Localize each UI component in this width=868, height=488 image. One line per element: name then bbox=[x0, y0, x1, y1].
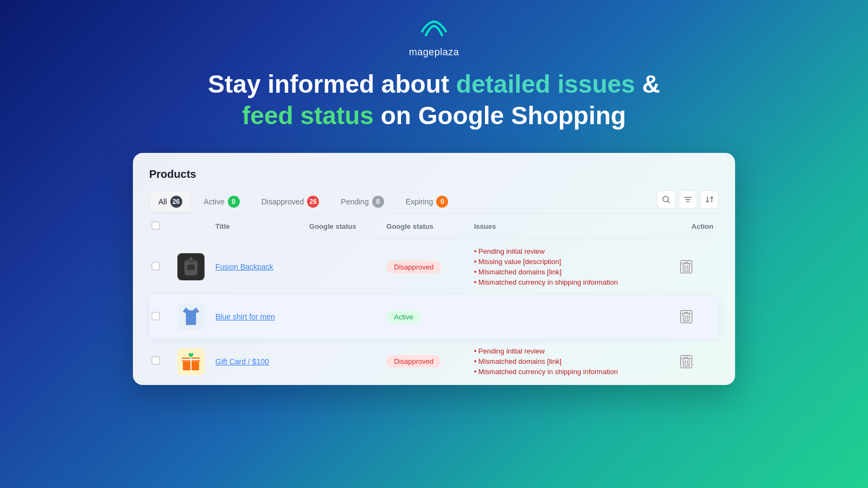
row-checkbox-cell bbox=[149, 239, 172, 296]
filter-icon bbox=[684, 195, 692, 204]
row-3-delete-button[interactable] bbox=[680, 355, 692, 368]
row-3-thumbnail bbox=[177, 348, 205, 375]
col-action: Action bbox=[675, 214, 719, 239]
svg-line-1 bbox=[668, 201, 669, 203]
sort-icon bbox=[705, 195, 714, 204]
row-2-checkbox[interactable] bbox=[151, 312, 160, 320]
row-3-title-link[interactable]: Gift Card / $100 bbox=[215, 357, 269, 366]
headline-part3: & bbox=[635, 70, 660, 98]
headline-part4: feed status bbox=[242, 101, 374, 130]
tab-disapproved[interactable]: Disapproved 26 bbox=[252, 191, 329, 213]
tab-active-label: Active bbox=[204, 197, 225, 206]
row-2-status-cell: Active bbox=[381, 296, 468, 338]
row-1-status-1-cell bbox=[304, 239, 381, 296]
row-3-checkbox[interactable] bbox=[151, 356, 160, 365]
row-3-issues-list: Pending initial review Mismatched domain… bbox=[474, 346, 670, 377]
row-thumb-cell bbox=[172, 239, 210, 296]
row-3-title-cell: Gift Card / $100 bbox=[210, 338, 304, 385]
mageplaza-logo-icon bbox=[418, 16, 450, 43]
select-all-checkbox[interactable] bbox=[151, 221, 160, 230]
gift-icon bbox=[180, 351, 202, 373]
tab-expiring-label: Expiring bbox=[406, 197, 433, 206]
sort-button[interactable] bbox=[700, 190, 719, 209]
col-checkbox bbox=[149, 214, 172, 239]
trash-icon bbox=[681, 356, 691, 367]
row-3-status-cell: Disapproved bbox=[381, 338, 468, 385]
table-row: Gift Card / $100 Disapproved Pending ini… bbox=[149, 338, 719, 385]
row-1-delete-button[interactable] bbox=[680, 260, 692, 273]
row-2-title-link[interactable]: Blue shirt for men bbox=[215, 312, 275, 321]
headline-part1: Stay informed about bbox=[208, 70, 456, 98]
issue-item: Mismatched currency in shipping informat… bbox=[474, 277, 670, 287]
issue-item: Missing value [description] bbox=[474, 256, 670, 267]
row-3-issues-cell: Pending initial review Mismatched domain… bbox=[469, 338, 675, 385]
tab-expiring-badge: 0 bbox=[436, 196, 448, 208]
svg-rect-7 bbox=[187, 265, 195, 270]
row-3-status-badge: Disapproved bbox=[386, 355, 441, 368]
row-thumb-cell bbox=[172, 338, 210, 385]
issue-item: Mismatched domains [link] bbox=[474, 356, 670, 367]
tab-all-label: All bbox=[158, 197, 167, 206]
table-row: Fusion Backpack Disapproved Pending init… bbox=[149, 239, 719, 296]
tab-expiring[interactable]: Expiring 0 bbox=[397, 191, 458, 213]
trash-icon bbox=[681, 311, 691, 322]
products-panel: Products All 26 Active 0 Disapproved 26 … bbox=[133, 153, 735, 385]
row-1-status-cell: Disapproved bbox=[381, 239, 468, 296]
tab-disapproved-badge: 26 bbox=[307, 196, 319, 208]
row-2-status-badge: Active bbox=[386, 311, 420, 323]
row-checkbox-cell bbox=[149, 296, 172, 338]
row-1-issues-list: Pending initial review Missing value [de… bbox=[474, 246, 670, 287]
row-1-title-cell: Fusion Backpack bbox=[210, 239, 304, 296]
row-2-title-cell: Blue shirt for men bbox=[210, 296, 304, 338]
issue-item: Pending initial review bbox=[474, 346, 670, 356]
logo-text: mageplaza bbox=[409, 47, 459, 58]
row-1-action-cell bbox=[675, 239, 719, 296]
col-title: Title bbox=[210, 214, 304, 239]
tab-pending[interactable]: Pending 0 bbox=[331, 191, 393, 213]
col-issues: Issues bbox=[469, 214, 675, 239]
logo-area: mageplaza bbox=[409, 16, 459, 58]
tab-disapproved-label: Disapproved bbox=[261, 197, 304, 206]
row-2-action-cell bbox=[675, 296, 719, 338]
row-2-thumbnail bbox=[177, 303, 205, 330]
row-checkbox-cell bbox=[149, 338, 172, 385]
headline: Stay informed about detailed issues & fe… bbox=[208, 69, 660, 131]
search-button[interactable] bbox=[657, 190, 675, 209]
table-row: Blue shirt for men Active bbox=[149, 296, 719, 338]
col-google-status-1: Google status bbox=[304, 214, 381, 239]
row-3-status-1-cell bbox=[304, 338, 381, 385]
panel-title: Products bbox=[149, 168, 719, 181]
row-2-delete-button[interactable] bbox=[680, 310, 692, 323]
tab-group: All 26 Active 0 Disapproved 26 Pending 0… bbox=[149, 191, 654, 213]
backpack-icon bbox=[182, 256, 200, 278]
tab-actions bbox=[657, 190, 719, 213]
tabs-bar: All 26 Active 0 Disapproved 26 Pending 0… bbox=[149, 190, 719, 214]
row-1-status-badge: Disapproved bbox=[386, 261, 441, 273]
row-1-title-link[interactable]: Fusion Backpack bbox=[215, 262, 273, 271]
tab-all[interactable]: All 26 bbox=[149, 191, 192, 213]
row-1-issues-cell: Pending initial review Missing value [de… bbox=[469, 239, 675, 296]
issue-item: Pending initial review bbox=[474, 246, 670, 256]
products-table: Title Google status Google status Issues… bbox=[149, 214, 719, 385]
tab-active-badge: 0 bbox=[228, 196, 240, 208]
row-3-action-cell bbox=[675, 338, 719, 385]
search-icon bbox=[662, 195, 671, 204]
row-2-issues-cell bbox=[469, 296, 675, 338]
col-google-status-2: Google status bbox=[381, 214, 468, 239]
tab-pending-badge: 0 bbox=[372, 196, 384, 208]
tab-pending-label: Pending bbox=[341, 197, 368, 206]
filter-button[interactable] bbox=[679, 190, 697, 209]
row-1-thumbnail bbox=[177, 253, 205, 280]
trash-icon bbox=[681, 261, 691, 272]
row-2-status-1-cell bbox=[304, 296, 381, 338]
row-thumb-cell bbox=[172, 296, 210, 338]
issue-item: Mismatched currency in shipping informat… bbox=[474, 367, 670, 377]
tab-all-badge: 26 bbox=[170, 196, 182, 208]
row-1-checkbox[interactable] bbox=[151, 262, 160, 271]
headline-part2: detailed issues bbox=[456, 70, 635, 98]
issue-item: Mismatched domains [link] bbox=[474, 267, 670, 277]
headline-part5: on Google Shopping bbox=[374, 101, 626, 130]
col-thumb bbox=[172, 214, 210, 239]
shirt-icon bbox=[181, 305, 201, 328]
tab-active[interactable]: Active 0 bbox=[195, 191, 249, 213]
